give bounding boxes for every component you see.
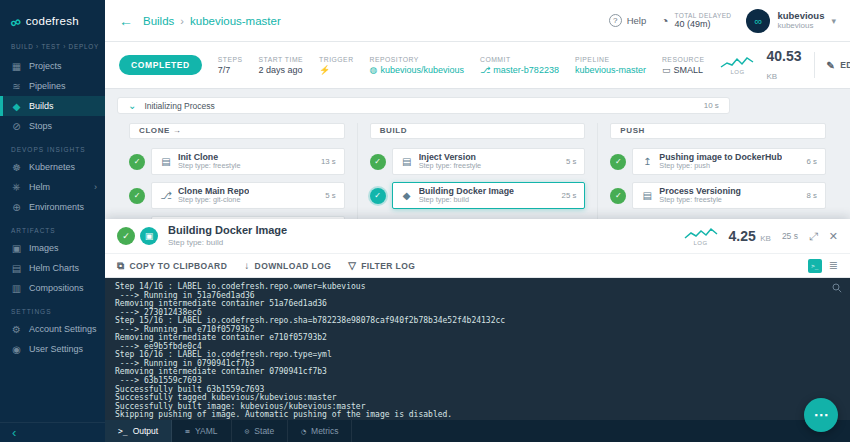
- sidebar-item-kubernetes[interactable]: ☸ Kubernetes: [0, 157, 105, 177]
- resource-icon: ▭: [662, 65, 671, 75]
- sidebar-tagline: BUILD › TEST › DEPLOY: [0, 42, 105, 56]
- copy-icon: ⧉: [117, 260, 125, 272]
- help-icon: ?: [609, 14, 622, 27]
- sidebar-collapse-button[interactable]: ‹: [0, 422, 105, 442]
- log-panel-subtitle: Step type: build: [168, 238, 287, 248]
- log-line: Removing intermediate container 0790941c…: [115, 368, 840, 377]
- sidebar-item-account-settings[interactable]: ⚙ Account Settings: [0, 319, 105, 339]
- check-icon: ✓: [129, 154, 145, 170]
- check-icon: ✓: [370, 154, 386, 170]
- check-icon: ✓: [610, 154, 626, 170]
- step-type: Step type: push: [659, 162, 782, 171]
- account-subtitle: kubevious: [777, 21, 824, 31]
- sidebar-item-builds[interactable]: ◆ Builds: [0, 96, 105, 116]
- pipeline-link[interactable]: kubevious-master: [575, 65, 646, 75]
- log-line: Skipping pushing of image. Automatic pus…: [115, 411, 840, 420]
- step-card-process-versioning[interactable]: ▤ Process Versioning Step type: freestyl…: [632, 182, 826, 209]
- step-inject-version: ✓ ▤ Inject Version Step type: freestyle …: [370, 148, 586, 175]
- step-duration: 8 s: [803, 191, 817, 200]
- initializing-process-bar[interactable]: ⌄ Initializing Process 10 s: [117, 97, 730, 114]
- gauge-icon: ◔: [661, 14, 668, 28]
- filter-icon: ▽: [348, 260, 356, 271]
- log-panel-tabs: >_ Output ≡ YAML ⊙ State ◔ Metrics: [105, 420, 850, 442]
- log-size-value: 4.25: [729, 228, 756, 244]
- sidebar-item-user-settings[interactable]: ◉ User Settings: [0, 339, 105, 359]
- total-delayed-indicator[interactable]: ◔ TOTAL DELAYED 40 (49m): [661, 12, 731, 29]
- step-card-clone-main-repo[interactable]: ⎇ Clone Main Repo Step type: git-clone 5…: [151, 182, 345, 209]
- expand-icon[interactable]: ⤢: [809, 230, 818, 243]
- sidebar-item-images[interactable]: ▣ Images: [0, 238, 105, 258]
- download-label: DOWNLOAD LOG: [255, 261, 332, 271]
- copy-label: COPY TO CLIPBOARD: [130, 261, 228, 271]
- sidebar-section-settings: SETTINGS: [0, 298, 105, 319]
- chevron-down-icon: ▾: [831, 16, 836, 26]
- repository-link[interactable]: ◍ kubevious/kubevious: [370, 65, 464, 75]
- docker-step-icon: ▣: [140, 227, 158, 245]
- step-duration: 5 s: [562, 157, 576, 166]
- filter-log-button[interactable]: ▽ FILTER LOG: [348, 260, 415, 271]
- commit-link[interactable]: ⎇ master-b782238: [480, 65, 559, 75]
- log-panel: ✓ ▣ Building Docker Image Step type: bui…: [105, 219, 850, 442]
- field-label: TRIGGER: [319, 56, 353, 63]
- step-card-pushing-image[interactable]: ↥ Pushing image to DockerHub Step type: …: [632, 148, 826, 175]
- back-arrow-icon[interactable]: ←: [119, 13, 133, 29]
- initializing-process-label: Initializing Process: [144, 101, 214, 111]
- images-icon: ▣: [11, 243, 22, 254]
- sidebar-item-helm[interactable]: ⎈ Helm ›: [0, 177, 105, 197]
- tab-label: Metrics: [311, 426, 338, 436]
- field-label: COMMIT: [480, 56, 559, 63]
- trigger-lightning-icon: ⚡: [319, 65, 330, 75]
- field-value: kubevious-master: [575, 65, 646, 75]
- log-output[interactable]: Step 14/16 : LABEL io.codefresh.repo.own…: [105, 278, 850, 420]
- state-tab-icon: ⊙: [245, 427, 250, 436]
- field-value: 2 days ago: [259, 65, 304, 75]
- account-menu[interactable]: ∞ kubevious kubevious ▾: [746, 9, 836, 33]
- tab-metrics[interactable]: ◔ Metrics: [288, 420, 352, 442]
- delayed-value: 40 (49m): [674, 19, 731, 29]
- tab-yaml[interactable]: ≡ YAML: [172, 420, 231, 442]
- edit-pipeline-button[interactable]: ✎ EDIT PIPELINE: [827, 60, 850, 71]
- sidebar-item-label: Helm Charts: [29, 263, 79, 273]
- build-step-icon: ◆: [401, 190, 413, 201]
- sidebar-item-projects[interactable]: ▦ Projects: [0, 56, 105, 76]
- codefresh-logo[interactable]: ∞ codefresh: [0, 0, 105, 42]
- status-field-pipeline: PIPELINE kubevious-master: [575, 56, 646, 75]
- step-duration: 25 s: [558, 191, 577, 200]
- search-icon[interactable]: [832, 283, 842, 293]
- sidebar-item-compositions[interactable]: ▥ Compositions: [0, 278, 105, 298]
- sidebar-item-helm-charts[interactable]: ▤ Helm Charts: [0, 258, 105, 278]
- close-icon[interactable]: ✕: [829, 230, 838, 243]
- step-card-inject-version[interactable]: ▤ Inject Version Step type: freestyle 5 …: [392, 148, 586, 175]
- raw-view-icon[interactable]: ≣: [829, 259, 838, 272]
- sidebar-section-artifacts: ARTIFACTS: [0, 217, 105, 238]
- breadcrumb-builds[interactable]: Builds: [143, 15, 174, 27]
- helm-charts-icon: ▤: [11, 263, 22, 274]
- github-icon: ◍: [370, 65, 378, 75]
- sidebar-item-stops[interactable]: ⊘ Stops: [0, 116, 105, 136]
- status-badge: COMPLETED: [119, 55, 202, 75]
- terminal-view-icon[interactable]: >_: [808, 259, 822, 273]
- tab-state[interactable]: ⊙ State: [232, 420, 289, 442]
- log-sparkline-icon: [720, 56, 754, 69]
- codefresh-logo-icon: ∞: [8, 11, 23, 30]
- sidebar-item-environments[interactable]: ⊕ Environments: [0, 197, 105, 217]
- step-type: Step type: freestyle: [419, 162, 481, 171]
- user-icon: ◉: [11, 344, 22, 355]
- sidebar-section-devops-insights: DEVOPS INSIGHTS: [0, 136, 105, 157]
- step-card-init-clone[interactable]: ▤ Init Clone Step type: freestyle 13 s: [151, 148, 345, 175]
- step-duration: 6 s: [803, 157, 817, 166]
- tab-output[interactable]: >_ Output: [105, 420, 172, 442]
- field-label: REPOSITORY: [370, 56, 464, 63]
- sidebar-item-label: Compositions: [29, 283, 84, 293]
- copy-to-clipboard-button[interactable]: ⧉ COPY TO CLIPBOARD: [117, 260, 227, 272]
- step-clone-main-repo: ✓ ⎇ Clone Main Repo Step type: git-clone…: [129, 182, 345, 209]
- breadcrumb-separator: ›: [180, 15, 184, 27]
- sidebar-item-label: Stops: [29, 121, 52, 131]
- chat-widget-button[interactable]: ⋯: [804, 398, 838, 432]
- sidebar-item-pipelines[interactable]: ≋ Pipelines: [0, 76, 105, 96]
- help-button[interactable]: ? Help: [609, 14, 647, 27]
- builds-icon: ◆: [11, 101, 22, 112]
- download-log-button[interactable]: ↓ DOWNLOAD LOG: [244, 260, 331, 271]
- step-card-building-docker-image[interactable]: ◆ Building Docker Image Step type: build…: [392, 182, 586, 209]
- stage-header-build: BUILD: [370, 123, 586, 139]
